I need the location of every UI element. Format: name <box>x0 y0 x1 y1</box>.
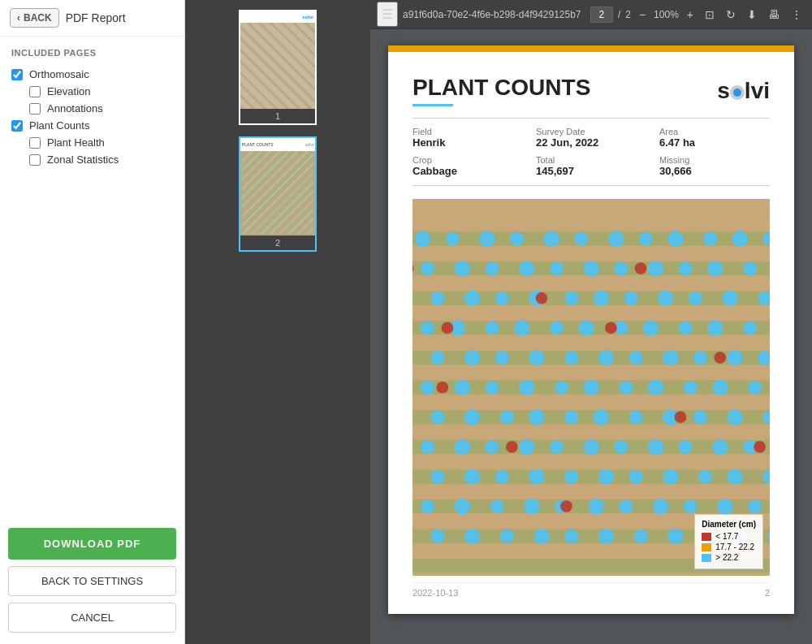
download-pdf-button[interactable]: DOWNLOAD PDF <box>8 528 176 560</box>
legend-color-2 <box>702 543 711 551</box>
svg-point-150 <box>598 528 615 544</box>
svg-point-87 <box>648 379 664 395</box>
page-item-plant-counts: Plant Counts <box>11 117 173 134</box>
back-button[interactable]: ‹ BACK <box>10 8 59 28</box>
svg-point-151 <box>634 529 648 543</box>
svg-point-112 <box>614 440 628 454</box>
svg-point-101 <box>693 410 707 424</box>
survey-date-value: 22 Jun, 2022 <box>536 136 646 149</box>
svg-point-42 <box>464 290 481 306</box>
svg-point-22 <box>667 231 684 247</box>
back-to-settings-button[interactable]: BACK TO SETTINGS <box>8 566 176 596</box>
plant-health-checkbox[interactable] <box>29 137 41 149</box>
orthomosaic-checkbox[interactable] <box>11 69 23 80</box>
legend-color-3 <box>702 554 711 562</box>
zoom-level: 100% <box>654 9 679 20</box>
elevation-label: Elevation <box>47 85 90 97</box>
svg-point-59 <box>578 320 594 336</box>
thumbnail-2-label: 2 <box>240 236 315 250</box>
svg-point-82 <box>485 380 499 394</box>
sidebar: ‹ BACK PDF Report INCLUDED PAGES Orthomo… <box>0 0 185 644</box>
svg-point-41 <box>430 292 444 305</box>
svg-point-88 <box>684 380 698 394</box>
pdf-page-footer: 2022-10-13 2 <box>412 582 770 598</box>
download-button[interactable]: ⬇ <box>744 5 760 24</box>
svg-point-45 <box>564 292 578 305</box>
legend-label-2: 17.7 - 22.2 <box>715 542 754 551</box>
svg-point-33 <box>583 261 599 277</box>
pdf-toolbar-right: ⊡ ↻ ⬇ 🖶 ⋮ <box>702 5 806 24</box>
svg-point-146 <box>464 528 481 544</box>
print-button[interactable]: 🖶 <box>765 5 783 24</box>
svg-point-170 <box>754 441 766 453</box>
svg-point-71 <box>564 351 578 365</box>
pdf-filename: a91f6d0a-70e2-4f6e-b298-d4f9429125b7 <box>403 9 585 20</box>
svg-point-161 <box>437 382 449 394</box>
pdf-legend: Diameter (cm) < 17.7 17.7 - 22.2 > 22.2 <box>694 514 763 569</box>
svg-point-90 <box>748 380 762 394</box>
svg-point-43 <box>495 292 509 305</box>
legend-item-3: > 22.2 <box>702 553 756 562</box>
header-title: PDF Report <box>66 11 126 24</box>
svg-point-64 <box>743 321 757 335</box>
thumbnail-2[interactable]: PLANT COUNTS solvi 2 <box>239 136 317 252</box>
svg-point-72 <box>598 350 615 366</box>
pdf-meta-grid: Field Henrik Survey Date 22 Jun, 2022 Ar… <box>412 118 770 186</box>
legend-item-1: < 17.7 <box>702 532 756 541</box>
zoom-in-button[interactable]: + <box>684 6 697 23</box>
svg-point-122 <box>529 469 545 485</box>
svg-point-106 <box>421 440 434 454</box>
svg-point-30 <box>485 261 499 275</box>
svg-point-46 <box>593 290 609 306</box>
plant-counts-checkbox[interactable] <box>11 120 23 132</box>
svg-point-15 <box>446 231 460 245</box>
svg-point-74 <box>663 350 679 366</box>
fit-page-button[interactable]: ⊡ <box>702 5 718 24</box>
svg-point-96 <box>529 409 545 426</box>
svg-point-37 <box>707 261 723 277</box>
svg-point-119 <box>430 469 444 483</box>
svg-point-109 <box>519 439 535 455</box>
pdf-page-input[interactable] <box>590 6 613 23</box>
pdf-title-block: PLANT COUNTS <box>412 75 590 106</box>
svg-point-113 <box>648 439 664 455</box>
svg-point-73 <box>628 351 642 365</box>
svg-point-133 <box>454 499 470 515</box>
svg-point-75 <box>693 351 707 365</box>
svg-point-148 <box>533 528 550 544</box>
pdf-menu-button[interactable]: ☰ <box>377 2 398 27</box>
total-value: 145,697 <box>536 165 646 177</box>
svg-point-120 <box>464 469 481 485</box>
svg-point-132 <box>421 499 434 513</box>
svg-point-47 <box>624 292 637 305</box>
thumbnail-1[interactable]: solvi 1 <box>239 10 317 125</box>
svg-point-163 <box>506 441 518 453</box>
elevation-checkbox[interactable] <box>29 86 41 97</box>
page-item-elevation: Elevation <box>11 83 173 100</box>
svg-point-124 <box>598 469 615 485</box>
missing-value: 30,666 <box>659 165 770 177</box>
crop-meta: Crop Cabbage <box>412 155 523 177</box>
rotate-button[interactable]: ↻ <box>723 5 739 24</box>
svg-point-93 <box>430 410 444 424</box>
footer-date: 2022-10-13 <box>412 588 458 598</box>
svg-point-31 <box>519 261 535 277</box>
svg-point-18 <box>543 231 559 247</box>
svg-point-128 <box>727 469 743 485</box>
svg-point-50 <box>722 290 738 306</box>
annotations-checkbox[interactable] <box>29 103 41 115</box>
svg-point-62 <box>678 321 692 335</box>
cancel-button[interactable]: CANCEL <box>8 603 176 633</box>
total-label: Total <box>536 155 646 165</box>
svg-point-123 <box>564 469 578 483</box>
svg-point-81 <box>454 379 470 395</box>
plant-health-label: Plant Health <box>47 136 105 149</box>
svg-point-14 <box>415 231 431 247</box>
crop-label: Crop <box>412 155 523 165</box>
svg-point-76 <box>727 350 743 366</box>
zonal-statistics-checkbox[interactable] <box>29 154 41 166</box>
zoom-out-button[interactable]: − <box>636 6 649 23</box>
more-options-button[interactable]: ⋮ <box>788 5 806 24</box>
svg-point-99 <box>628 410 642 424</box>
field-value: Henrik <box>412 136 523 149</box>
